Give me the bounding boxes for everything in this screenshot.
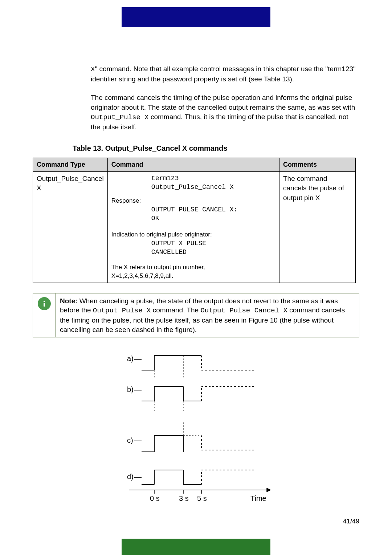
indication-label: Indication to original pulse originator: bbox=[111, 230, 275, 239]
note-p2: command. The bbox=[151, 306, 200, 314]
td-command-type: Output_Pulse_Cancel X bbox=[33, 171, 108, 283]
svg-point-0 bbox=[43, 301, 45, 302]
header-blue-block bbox=[122, 7, 270, 27]
th-command: Command bbox=[107, 158, 279, 171]
intro2-text-a: The command cancels the timing of the pu… bbox=[91, 94, 355, 111]
note-c1: Output_Pulse X bbox=[93, 307, 151, 315]
header-bar bbox=[0, 0, 392, 26]
td-command: term123 Output_Pulse_Cancel X Response: … bbox=[107, 171, 279, 283]
info-icon bbox=[38, 297, 51, 310]
intro-paragraph-2: The command cancels the timing of the pu… bbox=[91, 93, 359, 132]
resp-line-1: OUTPUT_PULSE_CANCEL X: bbox=[151, 205, 275, 214]
svg-marker-3 bbox=[267, 488, 270, 492]
label-d: d) bbox=[127, 473, 134, 481]
page-number: 41/49 bbox=[343, 517, 359, 526]
footer-line-2: X=1,2,3,4,5,6,7,8,9,all. bbox=[111, 272, 275, 280]
label-c: c) bbox=[127, 436, 133, 444]
ind-line-2: CANCELLED bbox=[151, 248, 275, 256]
label-a: a) bbox=[127, 355, 134, 362]
ind-line-1: OUTPUT X PULSE bbox=[151, 239, 275, 248]
tick-0s: 0 s bbox=[150, 494, 160, 502]
svg-rect-1 bbox=[44, 303, 45, 307]
footer-green-block bbox=[122, 539, 270, 555]
th-comments: Comments bbox=[279, 158, 356, 171]
label-b: b) bbox=[127, 385, 134, 393]
response-label: Response: bbox=[111, 197, 275, 205]
tick-5s: 5 s bbox=[197, 494, 207, 502]
note-bold: Note: bbox=[60, 297, 78, 305]
th-command-type: Command Type bbox=[33, 158, 108, 171]
timing-svg: a) b) c) d) 0 s 3 s 5 s Time bbox=[107, 348, 289, 505]
note-icon-cell bbox=[33, 293, 56, 337]
cmd-line-2: Output_Pulse_Cancel X bbox=[151, 183, 275, 191]
intro1-text: " command. Note that all example control… bbox=[91, 65, 356, 83]
note-text: Note: When canceling a pulse, the state … bbox=[56, 293, 359, 337]
intro-paragraph-1: X" command. Note that all example contro… bbox=[91, 64, 356, 84]
resp-line-2: OK bbox=[151, 214, 275, 223]
axis-time: Time bbox=[250, 494, 266, 502]
intro1-code: X bbox=[91, 65, 95, 73]
note-c2: Output_Pulse_Cancel X bbox=[200, 307, 287, 315]
tick-3s: 3 s bbox=[179, 494, 189, 502]
td-comments: The command cancels the pulse of output … bbox=[279, 171, 356, 283]
note-box: Note: When canceling a pulse, the state … bbox=[33, 293, 359, 338]
table-caption: Table 13. Output_Pulse_Cancel X commands bbox=[73, 143, 359, 153]
footer-line-1: The X refers to output pin number, bbox=[111, 263, 275, 272]
timing-diagram: a) b) c) d) 0 s 3 s 5 s Time bbox=[36, 348, 359, 505]
cmd-line-1: term123 bbox=[151, 174, 275, 183]
footer-bar bbox=[0, 534, 392, 555]
intro2-code: Output_Pulse X bbox=[91, 113, 149, 121]
command-table: Command Type Command Comments Output_Pul… bbox=[33, 158, 356, 283]
